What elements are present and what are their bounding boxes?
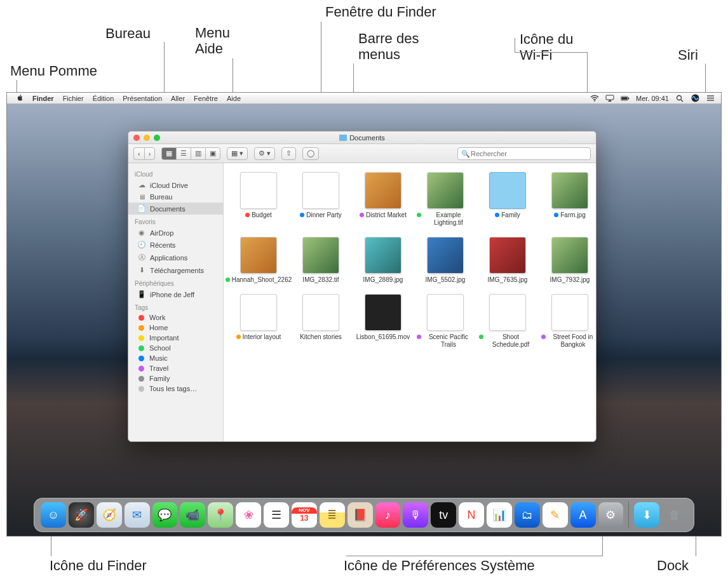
view-gallery-button[interactable]: ▣ — [205, 147, 220, 160]
sidebar-item[interactable]: 📱iPhone de Jeff — [128, 288, 223, 300]
forward-button[interactable]: › — [144, 147, 156, 160]
file-item[interactable]: Scenic Pacific Trails — [417, 294, 474, 349]
file-item[interactable]: IMG_7932.jpg — [541, 237, 596, 284]
file-item[interactable]: IMG_7635.jpg — [479, 237, 536, 284]
sidebar-item[interactable]: ⒶApplications — [128, 251, 223, 264]
file-thumbnail — [240, 172, 277, 209]
menubar-clock[interactable]: Mer. 09:41 — [636, 95, 669, 102]
callout-dock: Dock — [657, 558, 689, 574]
sidebar-item[interactable]: ⬇Téléchargements — [128, 264, 223, 276]
file-item[interactable]: Dinner Party — [292, 172, 349, 227]
dock-app-reminders[interactable]: ☰ — [264, 502, 289, 528]
menu-item-presentation[interactable]: Présentation — [118, 95, 166, 102]
sidebar-item[interactable]: 📄Documents — [128, 203, 223, 215]
sidebar-tag[interactable]: Home — [128, 323, 223, 333]
sidebar-item[interactable]: ◉AirDrop — [128, 227, 223, 239]
dock-app-sysprefs[interactable]: ⚙ — [598, 502, 624, 528]
dock-separator — [628, 502, 629, 528]
search-input[interactable] — [457, 147, 591, 160]
apple-menu[interactable] — [12, 94, 28, 103]
sidebar-tag[interactable]: Travel — [128, 363, 223, 373]
dock-app-trash[interactable]: 🗑 — [662, 502, 687, 528]
sidebar-tag[interactable]: Family — [128, 373, 223, 384]
tags-button[interactable]: ◯ — [302, 147, 319, 160]
sidebar-tag-label: Travel — [149, 364, 168, 372]
view-list-button[interactable]: ☰ — [176, 147, 191, 160]
file-item[interactable]: Example Lighting.tif — [417, 172, 474, 227]
sidebar-tag[interactable]: Work — [128, 312, 223, 323]
back-button[interactable]: ‹ — [133, 147, 144, 160]
file-item[interactable]: Street Food in Bangkok — [541, 294, 596, 349]
dock-app-finder-app[interactable]: ☺ — [41, 502, 66, 528]
dock-app-appstore[interactable]: A — [570, 502, 596, 528]
dock-app-keynote[interactable]: 🗂 — [515, 502, 540, 528]
dock-app-facetime[interactable]: 📹 — [180, 502, 205, 528]
search-field-wrap: 🔍 — [457, 147, 591, 160]
file-item[interactable]: Budget — [230, 172, 287, 227]
dock-app-mail[interactable]: ✉ — [125, 502, 150, 528]
file-item[interactable]: IMG_2832.tif — [292, 237, 349, 284]
dock-app-notes[interactable]: ≣ — [320, 502, 345, 528]
dock-app-calendar[interactable]: NOV13 — [292, 502, 317, 528]
finder-titlebar[interactable]: Documents — [128, 131, 596, 144]
file-name: IMG_2832.tif — [302, 276, 339, 284]
minimize-button[interactable] — [144, 135, 150, 141]
view-icons-button[interactable]: ▦ — [161, 147, 176, 160]
view-columns-button[interactable]: ▥ — [191, 147, 205, 160]
sidebar-tag[interactable]: School — [128, 343, 223, 353]
sidebar-tag[interactable]: Music — [128, 353, 223, 363]
dock-app-numbers[interactable]: 📊 — [487, 502, 512, 528]
dock-app-photos[interactable]: ❀ — [236, 502, 261, 528]
menu-item-edition[interactable]: Édition — [88, 95, 119, 102]
menu-app-name[interactable]: Finder — [28, 95, 58, 102]
siri-icon[interactable] — [691, 95, 699, 102]
wifi-icon[interactable] — [590, 95, 599, 102]
file-item[interactable]: Family — [479, 172, 536, 227]
menu-item-aller[interactable]: Aller — [166, 95, 189, 102]
file-thumbnail — [302, 172, 339, 209]
file-name: Hannah_Shoot_2262 — [232, 276, 292, 284]
spotlight-icon[interactable] — [675, 95, 684, 102]
menu-item-aide[interactable]: Aide — [222, 95, 245, 102]
dock-app-podcasts[interactable]: 🎙 — [403, 502, 428, 528]
sidebar-item[interactable]: 🕘Récents — [128, 239, 223, 251]
file-item[interactable]: Interior layout — [230, 294, 287, 349]
arrange-button[interactable]: ▦ ▾ — [227, 147, 248, 160]
dock-app-maps[interactable]: 📍 — [208, 502, 233, 528]
file-item[interactable]: Lisbon_61695.mov — [354, 294, 412, 349]
file-item[interactable]: IMG_5502.jpg — [417, 237, 474, 284]
dock-app-safari[interactable]: 🧭 — [97, 502, 122, 528]
file-item[interactable]: District Market — [354, 172, 412, 227]
sidebar-item[interactable]: ☁iCloud Drive — [128, 179, 223, 191]
file-name: Scenic Pacific Trails — [423, 333, 474, 349]
dock-app-news[interactable]: N — [459, 502, 484, 528]
file-name: Kitchen stories — [300, 333, 342, 341]
menu-item-fenetre[interactable]: Fenêtre — [189, 95, 222, 102]
battery-icon[interactable] — [621, 95, 630, 102]
dock-app-pages[interactable]: ✎ — [543, 502, 568, 528]
sidebar-item-label: iPhone de Jeff — [150, 291, 194, 298]
file-item[interactable]: Shoot Schedule.pdf — [479, 294, 536, 349]
menu-item-fichier[interactable]: Fichier — [58, 95, 88, 102]
dock-app-tv[interactable]: tv — [431, 502, 456, 528]
dock-app-launchpad[interactable]: 🚀 — [69, 502, 94, 528]
notification-center-icon[interactable] — [706, 95, 715, 102]
dock-app-contacts[interactable]: 📕 — [347, 502, 373, 528]
dock-app-music[interactable]: ♪ — [375, 502, 401, 528]
action-button[interactable]: ⚙ ▾ — [254, 147, 275, 160]
file-item[interactable]: IMG_2889.jpg — [354, 237, 412, 284]
file-item[interactable]: Farm.jpg — [541, 172, 596, 227]
dock-app-downloads[interactable]: ⬇ — [634, 502, 659, 528]
leader — [353, 63, 354, 95]
close-button[interactable] — [133, 135, 140, 141]
sidebar-tag[interactable]: Tous les tags… — [128, 384, 223, 394]
zoom-button[interactable] — [154, 135, 160, 141]
share-button[interactable]: ⇧ — [281, 147, 296, 160]
file-item[interactable]: Hannah_Shoot_2262 — [230, 237, 287, 284]
file-item[interactable]: Kitchen stories — [292, 294, 349, 349]
dock-app-messages[interactable]: 💬 — [152, 502, 178, 528]
sidebar-item[interactable]: 🖥Bureau — [128, 191, 223, 203]
airplay-icon[interactable] — [605, 95, 614, 102]
callout-finder-icon: Icône du Finder — [50, 558, 147, 574]
sidebar-tag[interactable]: Important — [128, 333, 223, 343]
